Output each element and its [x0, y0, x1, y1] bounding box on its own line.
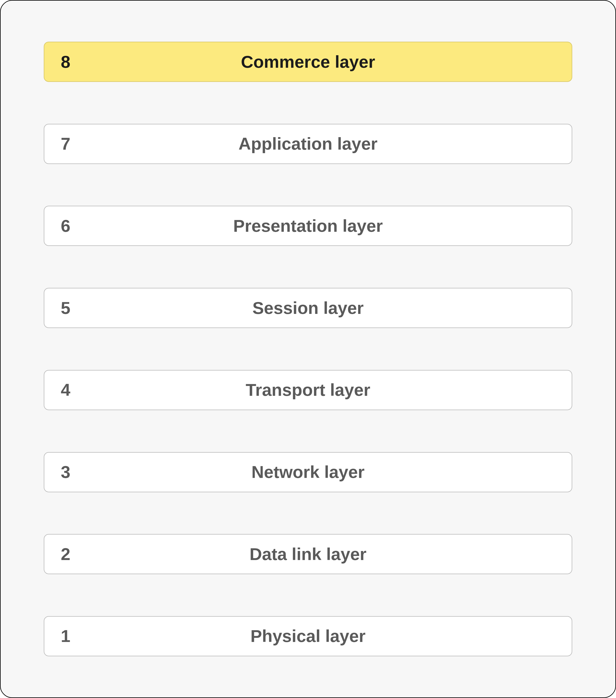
layer-name: Data link layer [44, 544, 572, 564]
layer-number: 4 [61, 380, 77, 400]
layer-name: Physical layer [44, 626, 572, 646]
layers-diagram: 8 Commerce layer 7 Application layer 6 P… [0, 0, 616, 698]
layer-number: 6 [61, 216, 77, 236]
layer-presentation: 6 Presentation layer [44, 206, 572, 246]
layer-name: Application layer [44, 134, 572, 154]
layer-number: 7 [61, 134, 77, 154]
layer-number: 2 [61, 544, 77, 564]
layer-network: 3 Network layer [44, 452, 572, 492]
layer-physical: 1 Physical layer [44, 616, 572, 656]
layer-name: Presentation layer [44, 216, 572, 236]
layer-name: Commerce layer [44, 52, 572, 72]
layer-transport: 4 Transport layer [44, 370, 572, 410]
layer-number: 8 [61, 52, 77, 72]
layer-name: Network layer [44, 462, 572, 482]
layer-application: 7 Application layer [44, 124, 572, 164]
layer-session: 5 Session layer [44, 288, 572, 328]
layer-number: 3 [61, 462, 77, 482]
layer-number: 1 [61, 626, 77, 646]
layer-data-link: 2 Data link layer [44, 534, 572, 574]
layer-name: Session layer [44, 298, 572, 318]
layer-name: Transport layer [44, 380, 572, 400]
layer-commerce: 8 Commerce layer [44, 42, 572, 82]
layer-number: 5 [61, 298, 77, 318]
